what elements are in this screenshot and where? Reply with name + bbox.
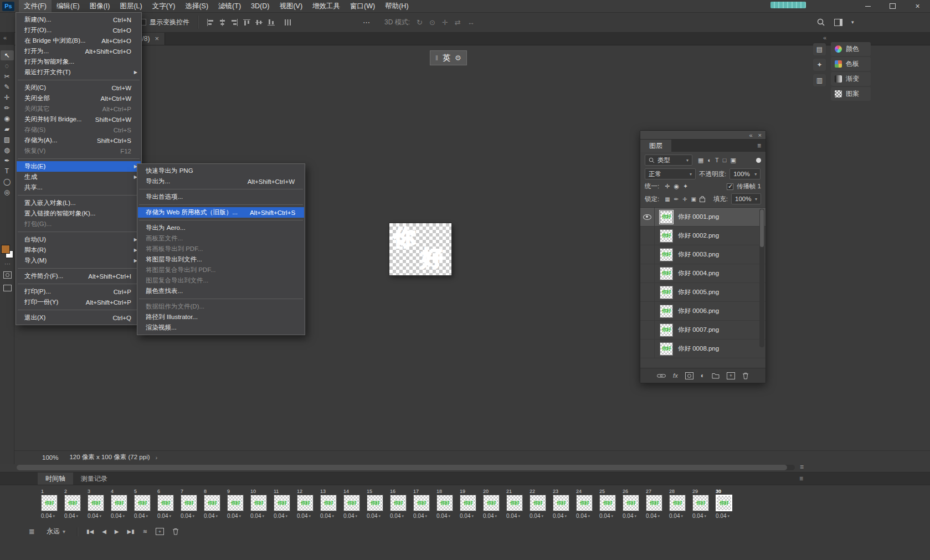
menu-item[interactable]: 置入链接的智能对象(K)... (17, 208, 141, 219)
menu-item[interactable]: 退出(X) Ctrl+Q (17, 312, 141, 323)
menu-bar-item[interactable]: 文件(F) (19, 0, 52, 12)
frame-delay-select[interactable]: 0.04 (530, 513, 551, 519)
lock-artboard-icon[interactable]: ▣ (691, 196, 696, 202)
timeline-frame[interactable]: 29 你好 0.04 (691, 489, 714, 519)
adjustment-layer-icon[interactable] (701, 372, 705, 379)
layer-row[interactable]: 你好 你好 0003.png (640, 245, 765, 264)
menu-bar-item[interactable]: 图层(L) (115, 0, 147, 12)
menu-item[interactable]: 在 Bridge 中浏览(B)... Alt+Ctrl+O (17, 35, 141, 46)
document-canvas[interactable]: 你 好 (389, 223, 451, 275)
layer-row[interactable]: 你好 你好 0006.png (640, 302, 765, 321)
frame-thumbnail[interactable]: 你好 (436, 495, 453, 511)
frame-thumbnail[interactable]: 你好 (88, 495, 104, 511)
align-bottom-edges-icon[interactable] (267, 18, 275, 27)
frame-thumbnail[interactable]: 你好 (530, 495, 546, 511)
previous-frame-button[interactable] (102, 528, 106, 535)
screen-mode-icon[interactable] (3, 285, 12, 291)
menu-item[interactable] (139, 189, 303, 189)
eyedropper-tool[interactable]: ✎ (1, 82, 14, 92)
frame-delay-select[interactable]: 0.04 (157, 513, 179, 519)
layer-visibility-toggle[interactable] (640, 302, 655, 320)
restore-button[interactable] (880, 0, 905, 12)
menu-item[interactable]: 存储为(A)... Shift+Ctrl+S (17, 135, 141, 146)
horizontal-scrollbar[interactable] (17, 465, 795, 470)
frame-thumbnail[interactable]: 你好 (506, 495, 523, 511)
frame-thumbnail[interactable]: 你好 (692, 495, 709, 511)
menu-item[interactable]: 关闭(C) Ctrl+W (17, 83, 141, 93)
blend-mode-select[interactable]: 正常 (645, 168, 696, 179)
docked-panel-icon-3[interactable]: ▥ (813, 74, 826, 86)
filter-type-select[interactable]: 类型 (645, 155, 692, 166)
frame-delay-select[interactable]: 0.04 (599, 513, 621, 519)
zoom-level[interactable]: 100% (42, 454, 58, 461)
frame-delay-select[interactable]: 0.04 (623, 513, 644, 519)
menu-item[interactable]: 文件简介(F)... Alt+Shift+Ctrl+I (17, 271, 141, 281)
layer-visibility-toggle[interactable] (640, 283, 655, 301)
menu-item[interactable]: 路径到 Illustrator... (138, 312, 304, 322)
layer-thumbnail[interactable]: 你好 (660, 229, 673, 243)
frame-thumbnail[interactable]: 你好 (367, 495, 383, 511)
timeline-frame[interactable]: 10 你好 0.04 (249, 489, 272, 519)
timeline-frame[interactable]: 18 你好 0.04 (435, 489, 458, 519)
pen-tool[interactable]: ✒ (1, 156, 14, 166)
layer-thumbnail[interactable]: 你好 (660, 342, 673, 356)
menu-bar-item[interactable]: 文字(Y) (147, 0, 181, 12)
more-options-icon[interactable] (363, 18, 370, 27)
blur-tool[interactable]: ◍ (1, 145, 14, 155)
timeline-frame[interactable]: 30 你好 0.04 (715, 489, 737, 519)
lock-all-icon[interactable] (700, 198, 705, 202)
timeline-frame[interactable]: 25 你好 0.04 (598, 489, 621, 519)
timeline-frame[interactable]: 20 你好 0.04 (482, 489, 505, 519)
lock-pixels-icon[interactable]: ✏ (674, 196, 679, 202)
menu-item[interactable]: 新建(N)... Ctrl+N (17, 14, 141, 25)
play-button[interactable] (115, 528, 119, 535)
docked-panel-icon-2[interactable]: ✦ (813, 59, 826, 71)
tween-frames-icon[interactable] (143, 528, 147, 535)
layer-row[interactable]: 你好 你好 0002.png (640, 227, 765, 245)
ime-drag-handle-icon[interactable] (435, 54, 438, 62)
scrollbar-thumb[interactable] (760, 209, 764, 247)
frame-thumbnail[interactable]: 你好 (646, 495, 662, 511)
layer-row[interactable]: 你好 你好 0005.png (640, 283, 765, 302)
align-horizontal-centers-icon[interactable] (218, 18, 227, 27)
dock-panel-button[interactable]: 颜色 (831, 42, 871, 56)
menu-item[interactable]: 关闭并转到 Bridge... Shift+Ctrl+W (17, 114, 141, 125)
collapse-dock-icon[interactable] (823, 34, 826, 41)
layer-thumbnail[interactable]: 你好 (660, 286, 673, 299)
edit-toolbar-icon[interactable] (4, 260, 11, 268)
first-frame-button[interactable] (86, 528, 94, 535)
frame-delay-select[interactable]: 0.04 (204, 513, 225, 519)
menu-item[interactable]: 数据组作为文件(D)... (138, 301, 304, 312)
frame-thumbnail[interactable]: 你好 (157, 495, 174, 511)
menu-item[interactable] (18, 158, 140, 159)
next-frame-button[interactable] (127, 528, 135, 535)
menu-item[interactable]: 最近打开文件(T) (17, 67, 141, 78)
pixel-filter-icon[interactable]: ▦ (698, 157, 703, 164)
frame-thumbnail[interactable]: 你好 (483, 495, 500, 511)
frame-thumbnail[interactable]: 你好 (460, 495, 476, 511)
timeline-tab[interactable]: 测量记录 (73, 472, 115, 485)
menu-item[interactable]: 关闭全部 Alt+Ctrl+W (17, 93, 141, 104)
frame-thumbnail[interactable]: 你好 (599, 495, 616, 511)
propagate-frame-checkbox[interactable] (727, 183, 733, 190)
unify-position-icon[interactable]: ✛ (665, 183, 670, 190)
duplicate-frame-icon[interactable] (156, 528, 164, 535)
frame-thumbnail[interactable]: 你好 (134, 495, 151, 511)
menu-item[interactable]: 置入嵌入对象(L)... (17, 198, 141, 208)
frame-delay-select[interactable]: 0.04 (413, 513, 435, 519)
menu-item[interactable] (18, 80, 140, 80)
menu-bar-item[interactable]: 视图(V) (274, 0, 307, 12)
tab-layers[interactable]: 图层 (640, 140, 671, 152)
type-filter-icon[interactable]: T (715, 157, 719, 163)
frame-delay-select[interactable]: 0.04 (343, 513, 365, 519)
frame-thumbnail[interactable]: 你好 (227, 495, 244, 511)
frame-thumbnail[interactable]: 你好 (669, 495, 686, 511)
workspace-switcher-icon[interactable] (834, 19, 842, 26)
shape-tool[interactable]: ◯ (1, 177, 14, 187)
menu-item[interactable]: 生成 (17, 172, 141, 182)
menu-item[interactable]: 打印(P)... Ctrl+P (17, 286, 141, 297)
menu-item[interactable] (139, 299, 303, 299)
layer-thumbnail[interactable]: 你好 (660, 210, 673, 224)
timeline-frame[interactable]: 9 你好 0.04 (226, 489, 249, 519)
menu-item[interactable]: 关闭其它 Alt+Ctrl+P (17, 104, 141, 114)
